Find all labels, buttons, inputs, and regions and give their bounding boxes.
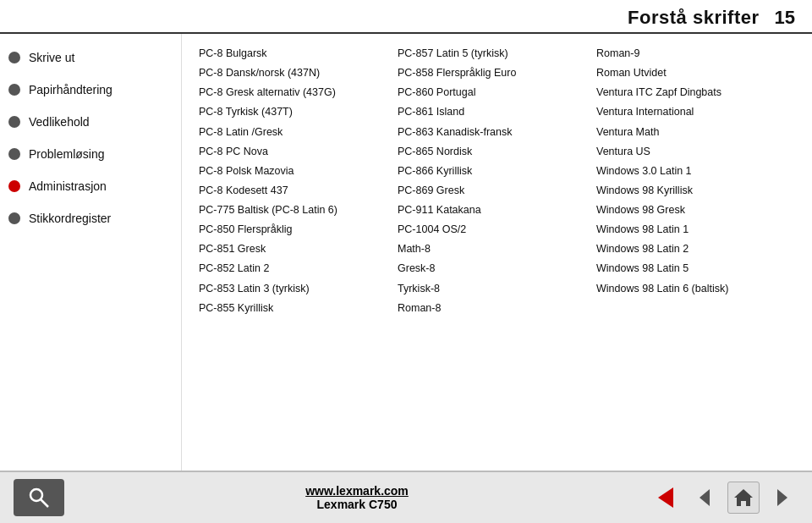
footer-model: Lexmark C750 — [64, 498, 650, 511]
list-item: Windows 98 Latin 1 — [596, 220, 787, 239]
home-icon — [732, 487, 754, 509]
list-item: PC-775 Baltisk (PC-8 Latin 6) — [199, 201, 389, 220]
red-back-arrow-icon — [651, 483, 680, 512]
next-button[interactable] — [766, 482, 798, 514]
svg-line-1 — [41, 499, 48, 507]
sidebar-dot — [8, 84, 20, 96]
list-item: Windows 98 Gresk — [596, 201, 787, 220]
list-item: PC-855 Kyrillisk — [199, 299, 389, 318]
list-item: PC-858 Flerspråklig Euro — [398, 63, 588, 83]
list-item: Windows 98 Kyrillisk — [596, 181, 787, 201]
gray-prev-arrow-icon — [693, 486, 716, 509]
page-header: Forstå skrifter 15 — [0, 0, 812, 34]
list-item: PC-860 Portugal — [398, 83, 588, 102]
list-item: PC-865 Nordisk — [398, 142, 588, 162]
search-icon[interactable] — [14, 479, 64, 516]
list-item: Math-8 — [398, 239, 588, 259]
sidebar-dot — [8, 212, 20, 224]
svg-marker-2 — [658, 487, 673, 508]
list-item: PC-911 Katakana — [398, 201, 588, 220]
list-item: PC-869 Gresk — [398, 181, 588, 201]
list-item: Windows 98 Latin 2 — [596, 239, 787, 259]
list-item: PC-1004 OS/2 — [398, 220, 588, 239]
home-button[interactable] — [727, 482, 760, 514]
list-item: PC-866 Kyrillisk — [398, 162, 588, 181]
list-item: PC-853 Latin 3 (tyrkisk) — [199, 279, 389, 299]
list-item: Ventura International — [596, 102, 787, 122]
list-item: Ventura ITC Zapf Dingbats — [596, 83, 787, 102]
list-item: PC-852 Latin 2 — [199, 259, 389, 278]
sidebar: Skrive ut Papirhåndtering Vedlikehold Pr… — [0, 34, 182, 471]
sidebar-dot — [8, 116, 20, 128]
sidebar-item-skrive-ut[interactable]: Skrive ut — [0, 42, 181, 73]
svg-marker-3 — [700, 489, 710, 506]
list-item: PC-857 Latin 5 (tyrkisk) — [398, 44, 588, 63]
list-item: Roman-9 — [596, 44, 787, 63]
list-item: Ventura US — [596, 142, 787, 162]
svg-marker-5 — [777, 489, 787, 506]
sidebar-item-admin[interactable]: Administrasjon — [0, 171, 181, 201]
sidebar-dot-red — [8, 180, 20, 192]
list-item: Roman-8 — [398, 299, 588, 318]
list-item: PC-8 Kodesett 437 — [199, 181, 389, 201]
svg-marker-4 — [734, 489, 753, 506]
sidebar-dot — [8, 52, 20, 63]
column-2: PC-857 Latin 5 (tyrkisk) PC-858 Flersprå… — [398, 44, 596, 318]
list-item: PC-8 Dansk/norsk (437N) — [199, 63, 389, 83]
list-item: PC-8 Tyrkisk (437T) — [199, 102, 389, 122]
svg-point-0 — [30, 489, 42, 501]
list-item: Tyrkisk-8 — [398, 279, 588, 299]
list-item: PC-8 Latin /Gresk — [199, 123, 389, 142]
gray-next-arrow-icon — [771, 486, 794, 509]
sidebar-label: Papirhåndtering — [29, 83, 112, 96]
list-item: Roman Utvidet — [596, 63, 787, 83]
list-item: PC-8 Gresk alternativ (437G) — [199, 83, 389, 102]
list-item: PC-850 Flerspråklig — [199, 220, 389, 239]
header-page: 15 — [775, 7, 795, 29]
list-item: Windows 3.0 Latin 1 — [596, 162, 787, 181]
list-item: Windows 98 Latin 5 — [596, 259, 787, 278]
list-item: Ventura Math — [596, 123, 787, 142]
back-button[interactable] — [650, 482, 682, 514]
column-1: PC-8 Bulgarsk PC-8 Dansk/norsk (437N) PC… — [199, 44, 398, 318]
content-area: PC-8 Bulgarsk PC-8 Dansk/norsk (437N) PC… — [182, 34, 812, 471]
list-item: PC-8 PC Nova — [199, 142, 389, 162]
sidebar-item-vedlikehold[interactable]: Vedlikehold — [0, 107, 181, 137]
footer: www.lexmark.com Lexmark C750 — [0, 471, 812, 523]
footer-center: www.lexmark.com Lexmark C750 — [64, 484, 650, 511]
magnifier-icon — [27, 486, 51, 509]
sidebar-label: Skrive ut — [29, 51, 74, 64]
sidebar-label: Stikkordregister — [29, 212, 111, 225]
list-item: Gresk-8 — [398, 259, 588, 278]
columns-wrapper: PC-8 Bulgarsk PC-8 Dansk/norsk (437N) PC… — [199, 44, 795, 318]
sidebar-item-problem[interactable]: Problemløsing — [0, 139, 181, 169]
main-layout: Skrive ut Papirhåndtering Vedlikehold Pr… — [0, 34, 812, 471]
sidebar-item-stikkord[interactable]: Stikkordregister — [0, 203, 181, 234]
list-item: PC-8 Polsk Mazovia — [199, 162, 389, 181]
header-title: Forstå skrifter — [628, 7, 759, 29]
sidebar-item-papir[interactable]: Papirhåndtering — [0, 74, 181, 105]
list-item: PC-863 Kanadisk-fransk — [398, 123, 588, 142]
sidebar-label: Vedlikehold — [29, 115, 90, 129]
list-item: Windows 98 Latin 6 (baltisk) — [596, 279, 787, 299]
footer-nav — [650, 482, 798, 514]
footer-url[interactable]: www.lexmark.com — [64, 484, 650, 498]
list-item: PC-851 Gresk — [199, 239, 389, 259]
prev-button[interactable] — [689, 482, 721, 514]
sidebar-label: Problemløsing — [29, 147, 104, 161]
sidebar-label: Administrasjon — [29, 179, 107, 193]
column-3: Roman-9 Roman Utvidet Ventura ITC Zapf D… — [596, 44, 795, 318]
sidebar-dot — [8, 148, 20, 160]
list-item: PC-861 Island — [398, 102, 588, 122]
list-item: PC-8 Bulgarsk — [199, 44, 389, 63]
